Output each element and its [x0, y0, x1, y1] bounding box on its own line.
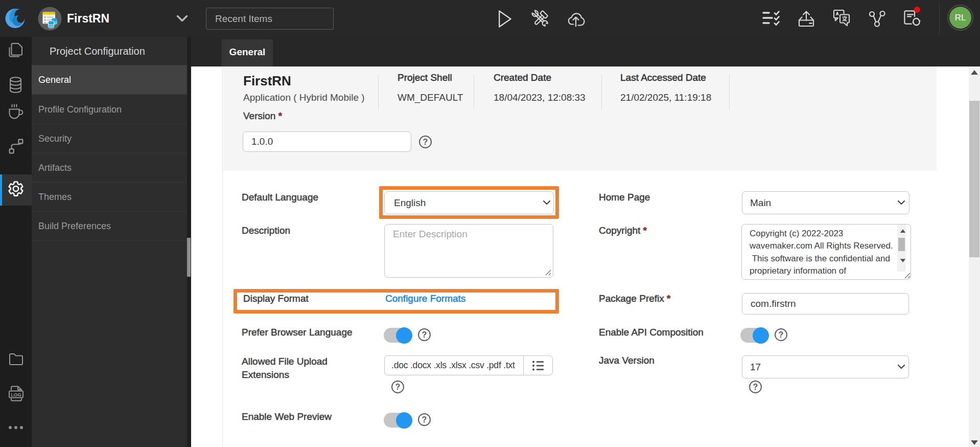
svg-text:LOG: LOG: [11, 392, 21, 397]
